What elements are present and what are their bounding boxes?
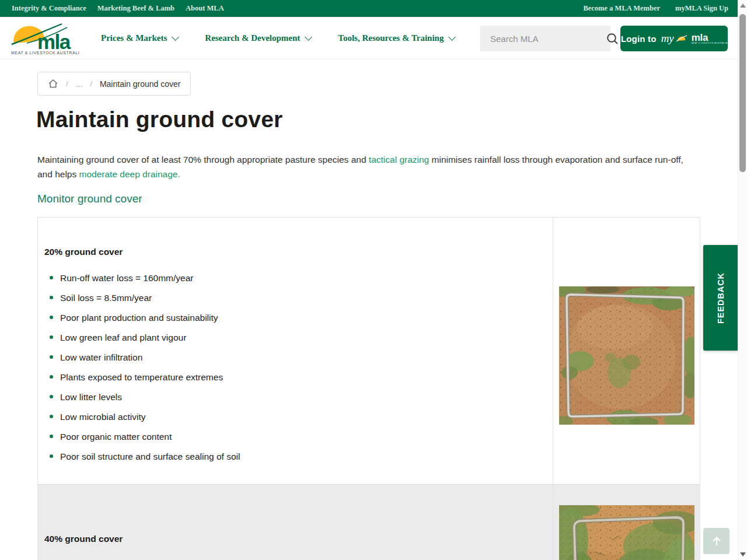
table-cell-20-percent-image <box>553 218 700 484</box>
moderate-deep-drainage-link[interactable]: moderate deep drainage. <box>79 169 180 179</box>
mymla-sun-icon <box>676 35 687 42</box>
topbar-link-become-member[interactable]: Become a MLA Member <box>583 4 660 13</box>
list-item: Plants exposed to temperature extremes <box>44 371 529 384</box>
mla-logo-icon: mla MEAT & LIVESTOCK AUSTRALIA <box>11 20 79 55</box>
search-icon[interactable] <box>606 33 619 45</box>
up-arrow-icon <box>710 535 723 548</box>
home-icon[interactable] <box>48 79 58 89</box>
topbar-link-about-mla[interactable]: About MLA <box>186 4 224 13</box>
ground-cover-table: 20% ground cover Run-off water loss = 16… <box>37 217 700 560</box>
search-box <box>480 26 610 51</box>
vertical-scrollbar[interactable] <box>738 0 747 560</box>
search-input[interactable] <box>480 34 606 44</box>
table-cell-40-percent-text: 40% ground cover Still too low <box>38 485 553 560</box>
table-cell-40-percent-image <box>553 485 700 560</box>
page-title: Maintain ground cover <box>36 107 282 132</box>
ground-cover-photo-40-percent <box>559 505 694 560</box>
breadcrumb-separator: / <box>66 79 68 88</box>
feedback-button-label: FEEDBACK <box>716 272 725 324</box>
breadcrumb: / ... / Maintain ground cover <box>37 72 191 96</box>
nav-research-development-label: Research & Development <box>205 33 300 43</box>
top-utility-bar: Integrity & Compliance Marketing Beef & … <box>0 0 738 17</box>
table-cell-20-percent-text: 20% ground cover Run-off water loss = 16… <box>38 218 553 484</box>
list-item: Run-off water loss = 160mm/year <box>44 272 529 285</box>
mymla-brand: mla MEAT & LIVESTOCK AUSTRALIA <box>692 33 727 45</box>
list-item: Poor plant production and sustainability <box>44 312 529 324</box>
chevron-down-icon <box>449 33 456 41</box>
svg-text:MEAT & LIVESTOCK AUSTRALIA: MEAT & LIVESTOCK AUSTRALIA <box>11 51 79 55</box>
list-item: Poor soil structure and surface sealing … <box>44 450 529 463</box>
intro-paragraph: Maintaining ground cover of at least 70%… <box>37 153 693 181</box>
row-heading-20-percent: 20% ground cover <box>44 247 529 257</box>
list-item: Low litter levels <box>44 391 529 404</box>
nav-prices-markets[interactable]: Prices & Markets <box>101 33 178 43</box>
login-button-label: Login to <box>621 34 657 44</box>
topbar-link-marketing-beef-lamb[interactable]: Marketing Beef & Lamb <box>97 4 174 13</box>
list-item: Low microbial activity <box>44 411 529 424</box>
intro-text-1: Maintaining ground cover of at least 70%… <box>37 155 369 164</box>
mymla-brand-text: mla <box>692 33 708 43</box>
tactical-grazing-link[interactable]: tactical grazing <box>369 155 429 164</box>
nav-research-development[interactable]: Research & Development <box>205 33 311 43</box>
mla-logo[interactable]: mla MEAT & LIVESTOCK AUSTRALIA <box>11 20 79 58</box>
table-row-20-percent: 20% ground cover Run-off water loss = 16… <box>38 218 700 484</box>
page-root: Integrity & Compliance Marketing Beef & … <box>0 0 747 560</box>
chevron-down-icon <box>305 33 312 41</box>
mymla-brand-tagline: MEAT & LIVESTOCK AUSTRALIA <box>692 43 727 45</box>
login-button[interactable]: Login to my mla MEAT & LIVESTOCK AUSTRAL… <box>620 26 728 51</box>
feedback-button[interactable]: FEEDBACK <box>703 245 738 351</box>
breadcrumb-current-page: Maintain ground cover <box>100 79 181 89</box>
topbar-left-links: Integrity & Compliance Marketing Beef & … <box>12 4 235 13</box>
breadcrumb-separator: / <box>90 79 92 88</box>
breadcrumb-ellipsis[interactable]: ... <box>76 79 83 89</box>
chevron-down-icon <box>172 33 179 41</box>
topbar-link-integrity-compliance[interactable]: Integrity & Compliance <box>12 4 86 13</box>
table-row-40-percent: 40% ground cover Still too low <box>38 484 700 560</box>
scrollbar-up-arrow-icon[interactable] <box>740 4 746 8</box>
topbar-right-links: Become a MLA Member myMLA Sign Up <box>568 4 728 13</box>
scrollbar-down-arrow-icon[interactable] <box>740 552 746 556</box>
nav-prices-markets-label: Prices & Markets <box>101 33 167 43</box>
list-item: Low green leaf and plant vigour <box>44 331 529 344</box>
monitor-ground-cover-heading: Monitor ground cover <box>37 192 142 205</box>
nav-tools-resources-training[interactable]: Tools, Resources & Training <box>338 33 455 43</box>
list-item: Soil loss = 8.5mm/year <box>44 292 529 304</box>
svg-text:mla: mla <box>37 30 71 53</box>
row-heading-40-percent: 40% ground cover <box>44 534 529 544</box>
site-header: mla MEAT & LIVESTOCK AUSTRALIA Prices & … <box>0 17 738 60</box>
bullet-list-20-percent: Run-off water loss = 160mm/year Soil los… <box>44 272 529 463</box>
nav-tools-resources-training-label: Tools, Resources & Training <box>338 33 444 43</box>
list-item: Low water infiltration <box>44 351 529 364</box>
scroll-to-top-button[interactable] <box>703 528 729 554</box>
ground-cover-photo-20-percent <box>559 286 694 425</box>
scrollbar-thumb[interactable] <box>739 14 746 172</box>
list-item: Poor organic matter content <box>44 430 529 443</box>
mymla-script-text: my <box>661 32 674 45</box>
topbar-link-mymla-signup[interactable]: myMLA Sign Up <box>675 4 728 13</box>
